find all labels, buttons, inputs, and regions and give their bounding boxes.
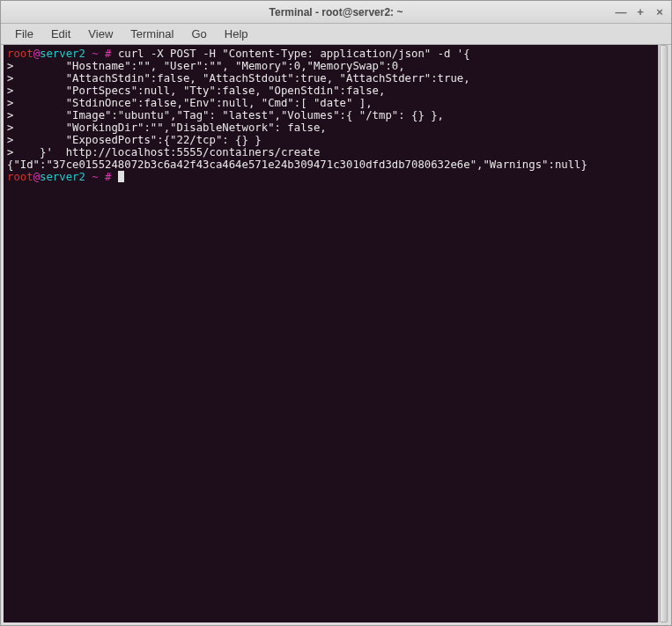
titlebar[interactable]: Terminal - root@server2: ~ — + × bbox=[1, 1, 671, 24]
prompt-user: root bbox=[7, 48, 33, 60]
prompt-host: server2 bbox=[40, 171, 85, 183]
terminal-container: root@server2 ~ # curl -X POST -H "Conten… bbox=[1, 45, 671, 625]
prompt-at: @ bbox=[33, 171, 40, 183]
terminal-line: > "ExposedPorts":{"22/tcp": {} } bbox=[7, 134, 262, 146]
menu-view[interactable]: View bbox=[79, 25, 122, 43]
menu-terminal[interactable]: Terminal bbox=[122, 25, 182, 43]
terminal-output: {"Id":"37ce0155248072b3c6a42f43ca464e571… bbox=[7, 158, 587, 171]
prompt-at: @ bbox=[33, 48, 40, 60]
window-title: Terminal - root@server2: ~ bbox=[270, 6, 403, 18]
menubar: File Edit View Terminal Go Help bbox=[1, 24, 671, 45]
window-controls: — + × bbox=[615, 6, 666, 18]
terminal-line: > "Hostname":"", "User":"", "Memory":0,"… bbox=[7, 60, 405, 72]
menu-help[interactable]: Help bbox=[216, 25, 257, 43]
minimize-button[interactable]: — bbox=[615, 6, 627, 18]
prompt-path: ~ # bbox=[85, 48, 112, 60]
menu-file[interactable]: File bbox=[6, 25, 42, 43]
close-button[interactable]: × bbox=[654, 6, 666, 18]
terminal-line: > "StdinOnce":false,"Env":null, "Cmd":[ … bbox=[7, 97, 373, 109]
scrollbar[interactable] bbox=[658, 45, 668, 622]
prompt-host: server2 bbox=[40, 48, 85, 60]
terminal-line: > "PortSpecs":null, "Tty":false, "OpenSt… bbox=[7, 85, 385, 97]
command-text: curl -X POST -H "Content-Type: applicati… bbox=[118, 48, 470, 60]
terminal-line: > "Image":"ubuntu","Tag": "latest","Volu… bbox=[7, 109, 444, 122]
prompt-path: ~ # bbox=[85, 171, 112, 183]
menu-edit[interactable]: Edit bbox=[42, 25, 79, 43]
prompt-user: root bbox=[7, 171, 33, 183]
terminal-line: > "AttachStdin":false, "AttachStdout":tr… bbox=[7, 72, 470, 85]
menu-go[interactable]: Go bbox=[182, 25, 215, 43]
scrollbar-thumb[interactable] bbox=[660, 45, 668, 622]
maximize-button[interactable]: + bbox=[634, 6, 646, 18]
cursor bbox=[118, 171, 124, 182]
terminal-line: > "WorkingDir":"","DisableNetwork": fals… bbox=[7, 122, 327, 134]
terminal-line: > }' http://localhost:5555/containers/cr… bbox=[7, 146, 320, 158]
terminal[interactable]: root@server2 ~ # curl -X POST -H "Conten… bbox=[4, 45, 658, 622]
